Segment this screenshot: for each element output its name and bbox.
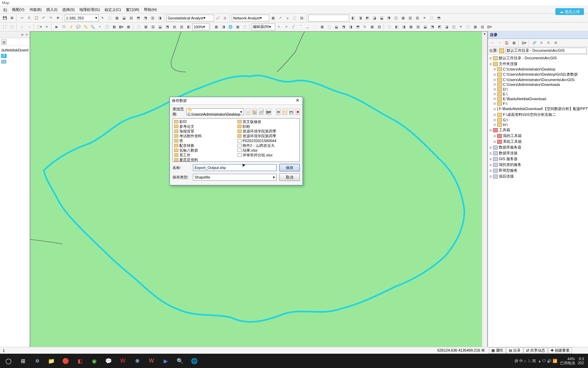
next-extent-icon[interactable]: →	[26, 24, 33, 30]
file-item[interactable]: 夏昆昆资料	[174, 157, 235, 162]
georef-d-icon[interactable]: ◪	[371, 15, 378, 21]
pointer-icon[interactable]: ▶	[53, 24, 60, 30]
find-icon[interactable]: 🔍	[89, 24, 96, 30]
chrome-icon[interactable]: 🔴	[59, 354, 72, 367]
ed-e-icon[interactable]: ◡	[304, 24, 311, 30]
geostat-dropdown[interactable]: Geostatistical Analyst ▾	[166, 15, 214, 21]
map-view[interactable]: ▴ ▦ ▤ ↻ ‖ ◄ ▸	[30, 31, 488, 354]
nav-connect-icon[interactable]: 🔗	[259, 109, 264, 115]
topo-n-icon[interactable]: ▤	[479, 24, 486, 30]
menu-customize[interactable]: 自定义(C)	[102, 6, 123, 13]
snap-b-icon[interactable]: ▦	[142, 24, 149, 30]
tool-g-icon[interactable]: ⬔	[142, 15, 149, 21]
draw-a-icon[interactable]: ▦	[213, 24, 219, 30]
topo-h-icon[interactable]: ◩	[436, 24, 443, 30]
app-1-icon[interactable]: ✲	[31, 354, 44, 367]
lookfor-path-combo[interactable]: 📁 C:\Users\Administrator\Desktop▾	[186, 108, 244, 115]
snap-d-icon[interactable]: ⬓	[157, 24, 163, 30]
save-type-select[interactable]: Shapefile▾	[193, 174, 277, 181]
menu-window[interactable]: 窗口(W)	[124, 6, 142, 13]
net-e-icon[interactable]: ▤	[298, 15, 305, 21]
editor-dropdown[interactable]: 编辑器(R) ▾	[251, 24, 275, 30]
tree-item[interactable]: ⊞系统工具箱	[489, 139, 587, 144]
file-item[interactable]: 参考论文	[174, 124, 235, 129]
catalog-loc-input[interactable]	[505, 48, 587, 54]
topo-i-icon[interactable]: ◪	[443, 24, 450, 30]
hyperlink-icon[interactable]: ⚡	[68, 24, 75, 30]
tab-share[interactable]: ⇄ 共享动态	[524, 347, 548, 354]
map-scrollbar-v[interactable]: ▴	[482, 32, 487, 353]
net-a-icon[interactable]: ▦	[270, 15, 276, 21]
catalog-tree[interactable]: ⊞默认工作目录 - Documents\ArcGIS⊞文件夹连接⊞C:\User…	[488, 55, 588, 348]
tray-ime[interactable]: 拼 中 ♪ ☽, 简	[514, 358, 536, 364]
start-button[interactable]: ◯	[2, 354, 15, 367]
tool-b-icon[interactable]: ⬚	[106, 15, 113, 21]
tree-item[interactable]: ⊞数据库服务器	[489, 144, 587, 150]
nav-newfolder-icon[interactable]: 📁	[282, 109, 287, 115]
network-dropdown[interactable]: Network Analyst ▾	[232, 15, 269, 21]
wechat-icon[interactable]: 💬	[102, 354, 115, 367]
georef-f-icon[interactable]: ⬔	[385, 15, 392, 21]
nav-home-icon[interactable]: 🏠	[252, 109, 257, 115]
file-item[interactable]: 资源环境学院第四季	[237, 129, 299, 134]
topo-f-icon[interactable]: ⬓	[422, 24, 428, 30]
georef-b-icon[interactable]: ◨	[357, 15, 363, 21]
undo-icon[interactable]: ↶	[40, 15, 47, 21]
snap-a-icon[interactable]: ⬚	[135, 24, 142, 30]
tree-item[interactable]: ⊞E:\BaiduNetdiskDownload	[489, 96, 587, 101]
topo-b-icon[interactable]: ◧	[393, 24, 400, 30]
ed-k-icon[interactable]: ◨	[347, 24, 354, 30]
file-list[interactable]: 彩印参考论文海报背景考试附件资料类配音转换实验八数据系工作夏昆昆资料 英文版修改…	[173, 118, 300, 162]
menu-view[interactable]: 视图(V)	[10, 6, 27, 13]
redo-icon[interactable]: ↷	[47, 15, 54, 21]
full-extent-icon[interactable]: ⛶	[1, 24, 8, 30]
topo-m-icon[interactable]: ▦	[472, 24, 478, 30]
draw-d-icon[interactable]: ▦	[234, 24, 241, 30]
file-item[interactable]: 资源环境学院第四季	[237, 134, 299, 138]
paste-icon[interactable]: 📋	[33, 15, 40, 21]
snap-g-icon[interactable]: ▥	[178, 24, 185, 30]
file-item[interactable]: 评审答辩分组.xlsx	[237, 153, 299, 157]
menu-file[interactable]: E)	[1, 7, 9, 13]
tree-item[interactable]: ⊞我托管的服务	[489, 162, 587, 168]
tab-create[interactable]: ✚ 创建要素	[548, 347, 572, 354]
arcmap-icon[interactable]: 🌐	[188, 354, 201, 367]
app-7-icon[interactable]: ❋	[131, 354, 144, 367]
file-item[interactable]: 配音转换	[174, 143, 235, 148]
tree-item[interactable]: ⊞C:\Users\Administrator\Documents\ArcGIS…	[489, 77, 587, 82]
file-item[interactable]: P020220321580044	[237, 138, 299, 143]
menu-geoprocessing[interactable]: 地理处理(G)	[77, 6, 102, 13]
ed-h-icon[interactable]: ⬚	[326, 24, 332, 30]
cat-list-icon[interactable]: ▤▾	[521, 40, 527, 46]
time-slider-icon[interactable]: 🕐	[103, 24, 110, 30]
tab-attributes[interactable]: ▦ 属性	[489, 347, 506, 354]
tree-item[interactable]: ⊞GIS 服务器	[489, 156, 587, 162]
ed-l-icon[interactable]: ⬒	[354, 24, 361, 30]
topo-j-icon[interactable]: ◫	[450, 24, 457, 30]
task-view-icon[interactable]: ⊞	[16, 354, 29, 367]
tree-item[interactable]: ⊞数据库连接	[489, 150, 587, 156]
draw-e-icon[interactable]: ⬚	[241, 24, 248, 30]
georef-e-icon[interactable]: ⬓	[378, 15, 385, 21]
file-item[interactable]: 类	[174, 138, 235, 143]
toc-close-icon[interactable]: ✕	[25, 33, 29, 37]
file-item[interactable]: 职称	[237, 124, 299, 129]
cut-icon[interactable]: ✂	[19, 15, 26, 21]
draw-b-icon[interactable]: ◨	[220, 24, 227, 30]
viewer3-icon[interactable]: ▦	[125, 24, 132, 30]
snap-f-icon[interactable]: ▤	[171, 24, 178, 30]
cat-refresh-icon[interactable]: ↻	[545, 40, 552, 46]
tool-a-icon[interactable]: ✎	[99, 15, 106, 21]
tree-item[interactable]: ⊞C:\Users\Administrator\Desktop\GIS比赛数据	[489, 72, 587, 77]
cat-toggle-icon[interactable]: ▦	[510, 40, 517, 46]
georef-c-icon[interactable]: ◩	[364, 15, 371, 21]
select-tool-icon[interactable]: ⬚▾	[36, 24, 43, 30]
wps-icon[interactable]: W	[116, 354, 129, 367]
file-item[interactable]: 海报背景	[174, 129, 235, 134]
cat-disconnect-icon[interactable]: ✕	[538, 40, 545, 46]
toc-list-icon[interactable]: ▤	[1, 39, 6, 45]
georef-h-icon[interactable]: ▦	[399, 15, 406, 21]
nav-del-icon[interactable]: ✖	[296, 109, 300, 115]
tree-item[interactable]: ⊞E:\	[489, 92, 587, 96]
georef-g-icon[interactable]: ◫	[392, 15, 399, 21]
